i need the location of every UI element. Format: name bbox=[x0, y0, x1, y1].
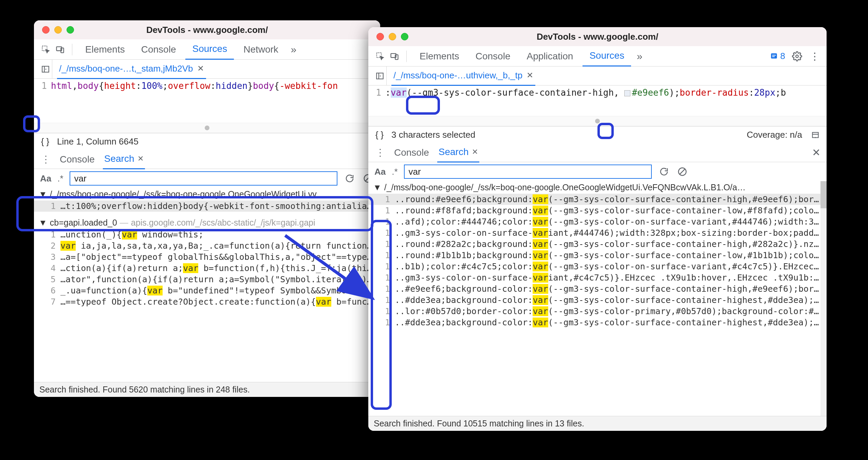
svg-rect-11 bbox=[772, 55, 776, 55]
tab-sources[interactable]: Sources bbox=[185, 39, 234, 60]
regex-toggle[interactable]: .* bbox=[57, 173, 63, 184]
selection-status: 3 characters selected bbox=[391, 130, 475, 140]
issues-badge[interactable]: 8 bbox=[770, 51, 785, 61]
tab-elements[interactable]: Elements bbox=[413, 46, 466, 66]
result-line[interactable]: 1..afd);color:#444746;color:var(--gm3-sy… bbox=[368, 216, 827, 227]
drawer-tab-console[interactable]: Console bbox=[60, 154, 95, 165]
close-drawer-tab-icon[interactable]: ✕ bbox=[472, 148, 478, 156]
settings-icon[interactable] bbox=[791, 51, 803, 62]
file-tab[interactable]: /_/mss/boq-one-…uthview,_b,_tp ✕ bbox=[391, 66, 535, 86]
device-toggle-icon[interactable] bbox=[389, 51, 400, 62]
match-case-toggle[interactable]: Aa bbox=[40, 173, 51, 184]
drawer-tab-console[interactable]: Console bbox=[394, 147, 429, 158]
titlebar[interactable]: DevTools - www.google.com/ bbox=[368, 27, 827, 46]
tab-network[interactable]: Network bbox=[237, 39, 285, 60]
minimap[interactable] bbox=[368, 116, 827, 126]
result-file-heading[interactable]: ▼ /_/mss/boq-one-google/_/ss/k=boq-one-g… bbox=[34, 188, 380, 200]
minimize-window-icon[interactable] bbox=[389, 33, 396, 40]
result-line[interactable]: 1..#dde3ea;background-color:var(--gm3-sy… bbox=[368, 317, 827, 328]
traffic-lights[interactable] bbox=[376, 33, 408, 40]
code-line: :var(--gm3-sys-color-surface-container-h… bbox=[385, 88, 786, 100]
clear-search-icon[interactable] bbox=[676, 166, 688, 178]
result-line[interactable]: 7…==typeof Object.create?Object.create:f… bbox=[34, 296, 380, 307]
tab-console[interactable]: Console bbox=[469, 46, 517, 66]
close-tab-icon[interactable]: ✕ bbox=[197, 64, 204, 73]
titlebar[interactable]: DevTools - www.google.com/ bbox=[34, 20, 380, 39]
file-tab-label: /_/mss/boq-one-…uthview,_b,_tp bbox=[393, 70, 522, 81]
svg-rect-16 bbox=[812, 132, 818, 137]
more-tabs-icon[interactable]: » bbox=[288, 44, 299, 55]
result-line[interactable]: 3…a=["object"==typeof globalThis&&global… bbox=[34, 251, 380, 263]
tab-sources[interactable]: Sources bbox=[583, 46, 631, 66]
zoom-window-icon[interactable] bbox=[401, 33, 408, 40]
close-window-icon[interactable] bbox=[376, 33, 384, 40]
result-line[interactable]: 1..gm3-sys-color-on-surface-variant,#444… bbox=[368, 227, 827, 238]
tab-console[interactable]: Console bbox=[134, 39, 183, 60]
drawer-more-icon[interactable]: ⋮ bbox=[374, 147, 386, 158]
result-line[interactable]: 1..b1b);color:#c4c7c5;color:var(--gm3-sy… bbox=[368, 261, 827, 272]
disclosure-triangle-icon[interactable]: ▼ bbox=[373, 183, 382, 192]
close-drawer-icon[interactable]: ✕ bbox=[812, 147, 820, 158]
device-toggle-icon[interactable] bbox=[54, 44, 66, 55]
search-footer: Search finished. Found 10515 matching li… bbox=[368, 416, 827, 431]
result-line[interactable]: 1..round:#282a2c;background:var(--gm3-sy… bbox=[368, 238, 827, 250]
regex-toggle[interactable]: .* bbox=[392, 167, 398, 177]
pretty-print-icon[interactable]: { } bbox=[374, 129, 385, 141]
result-line[interactable]: 1..lor:#0b57d0;border-color:var(--gm3-sy… bbox=[368, 306, 827, 317]
refresh-search-icon[interactable] bbox=[344, 172, 356, 185]
search-footer: Search finished. Found 5620 matching lin… bbox=[34, 382, 380, 397]
result-line[interactable]: 1..round:#1b1b1b;background:var(--gm3-sy… bbox=[368, 250, 827, 261]
editor-statusbar: { } Line 1, Column 6645 bbox=[34, 133, 380, 150]
minimize-window-icon[interactable] bbox=[54, 26, 62, 34]
kebab-menu-icon[interactable]: ⋮ bbox=[809, 51, 820, 62]
result-line[interactable]: 1..round:#e9eef6;background:var(--gm3-sy… bbox=[368, 194, 827, 205]
result-line[interactable]: 2var ia,ja,la,sa,ta,xa,ya,Ba;_.ca=functi… bbox=[34, 240, 380, 251]
minimap[interactable] bbox=[34, 123, 380, 133]
line-number: 1 bbox=[34, 81, 51, 94]
result-line[interactable]: 1..gm3-sys-color-on-surface-variant,#c4c… bbox=[368, 272, 827, 283]
code-editor[interactable]: 1 :var(--gm3-sys-color-surface-container… bbox=[368, 85, 827, 102]
result-line[interactable]: 6_.ua=function(a){var b="undefined"!=typ… bbox=[34, 285, 380, 296]
drawer-tab-search[interactable]: Search ✕ bbox=[437, 142, 480, 162]
zoom-window-icon[interactable] bbox=[67, 26, 74, 34]
search-bar: Aa .* bbox=[368, 162, 827, 181]
drawer-more-icon[interactable]: ⋮ bbox=[40, 154, 52, 165]
tab-elements[interactable]: Elements bbox=[78, 39, 132, 60]
match-case-toggle[interactable]: Aa bbox=[374, 167, 386, 177]
result-line[interactable]: 4…ction(a){if(a)return a;var b=function(… bbox=[34, 263, 380, 274]
result-line[interactable]: 1..round:#f8fafd;background:var(--gm3-sy… bbox=[368, 205, 827, 216]
search-input[interactable] bbox=[70, 171, 337, 186]
disclosure-triangle-icon[interactable]: ▼ bbox=[39, 189, 47, 199]
search-results[interactable]: ▼ /_/mss/boq-one-google/_/ss/k=boq-one-g… bbox=[34, 188, 380, 382]
search-input[interactable] bbox=[404, 165, 652, 179]
coverage-reload-icon[interactable] bbox=[810, 129, 821, 141]
close-tab-icon[interactable]: ✕ bbox=[527, 71, 533, 80]
disclosure-triangle-icon[interactable]: ▼ bbox=[39, 218, 47, 228]
navigator-toggle-icon[interactable] bbox=[373, 66, 387, 85]
navigator-toggle-icon[interactable] bbox=[39, 60, 52, 79]
drawer-tab-search[interactable]: Search ✕ bbox=[103, 149, 145, 169]
tab-application[interactable]: Application bbox=[520, 46, 580, 66]
inspect-icon[interactable] bbox=[374, 51, 386, 62]
result-file-heading[interactable]: ▼ cb=gapi.loaded_0 — apis.google.com/_/s… bbox=[34, 216, 380, 229]
result-line[interactable]: 5…ator",function(a){if(a)return a;a=Symb… bbox=[34, 274, 380, 285]
scroll-thumb[interactable] bbox=[820, 181, 827, 208]
result-line[interactable]: 1…unction(_){var window=this; bbox=[34, 229, 380, 240]
close-window-icon[interactable] bbox=[42, 26, 50, 34]
result-file-heading[interactable]: ▼ /_/mss/boq-one-google/_/ss/k=boq-one-g… bbox=[368, 181, 827, 194]
code-editor[interactable]: 1 html,body{height:100%;overflow:hidden}… bbox=[34, 79, 380, 96]
refresh-search-icon[interactable] bbox=[658, 166, 670, 178]
main-toolbar: Elements Console Application Sources » 8… bbox=[368, 46, 827, 66]
result-line[interactable]: 1 …t:100%;overflow:hidden}body{-webkit-f… bbox=[34, 200, 380, 212]
search-results[interactable]: ▼ /_/mss/boq-one-google/_/ss/k=boq-one-g… bbox=[368, 181, 827, 416]
more-tabs-icon[interactable]: » bbox=[634, 51, 645, 62]
result-line[interactable]: 1..#dde3ea;background-color:var(--gm3-sy… bbox=[368, 294, 827, 306]
inspect-icon[interactable] bbox=[40, 44, 52, 55]
traffic-lights[interactable] bbox=[42, 26, 74, 34]
result-line[interactable]: 1..#e9eef6;background-color:var(--gm3-sy… bbox=[368, 283, 827, 294]
file-tab-label: /_/mss/boq-one-…t,_stam,jMb2Vb bbox=[59, 63, 193, 74]
scrollbar[interactable] bbox=[820, 181, 827, 416]
file-tab[interactable]: /_/mss/boq-one-…t,_stam,jMb2Vb ✕ bbox=[57, 59, 206, 79]
pretty-print-icon[interactable]: { } bbox=[39, 136, 51, 148]
close-drawer-tab-icon[interactable]: ✕ bbox=[137, 154, 144, 163]
